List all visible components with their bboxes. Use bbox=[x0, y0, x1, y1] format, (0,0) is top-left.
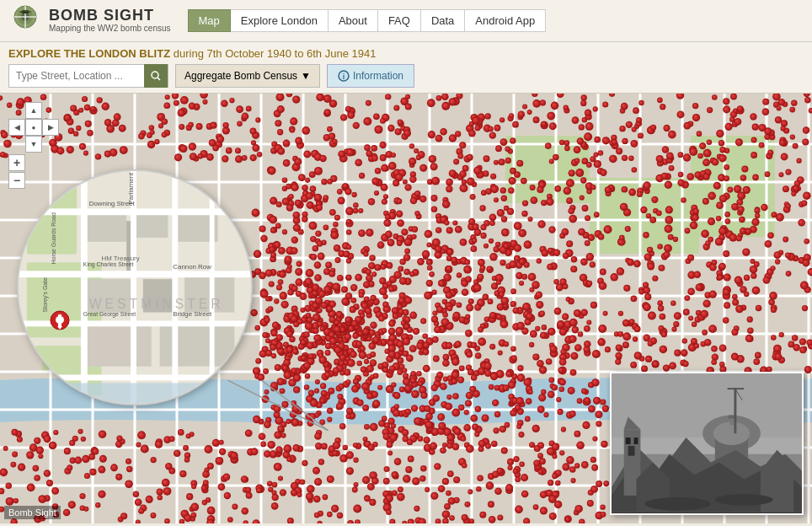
svg-rect-83 bbox=[628, 446, 635, 456]
sub-header: EXPLORE THE LONDON BLITZ during 7th Octo… bbox=[0, 42, 812, 94]
svg-rect-32 bbox=[172, 171, 178, 404]
zoom-out-button[interactable]: − bbox=[8, 172, 25, 189]
svg-point-73 bbox=[713, 421, 750, 445]
svg-text:Horse Guards Road: Horse Guards Road bbox=[51, 212, 56, 264]
svg-text:HM Treasury: HM Treasury bbox=[102, 255, 140, 262]
svg-point-87 bbox=[715, 494, 773, 506]
search-button[interactable] bbox=[144, 64, 168, 88]
svg-text:WESTMINSTER: WESTMINSTER bbox=[89, 297, 224, 311]
blitz-photo-inset bbox=[610, 372, 804, 515]
nav-faq[interactable]: FAQ bbox=[378, 9, 421, 32]
zoom-in-button[interactable]: + bbox=[8, 154, 25, 171]
svg-rect-30 bbox=[81, 171, 88, 404]
svg-text:Parliament Street: Parliament Street bbox=[127, 171, 135, 204]
nav-data[interactable]: Data bbox=[421, 9, 465, 32]
svg-text:Cannon Row: Cannon Row bbox=[173, 263, 211, 271]
explore-title: EXPLORE THE LONDON BLITZ during 7th Octo… bbox=[8, 47, 804, 60]
map-controls: ▲ ◀ ● ▶ ▼ + − bbox=[8, 102, 59, 189]
pan-up-button[interactable]: ▲ bbox=[25, 102, 42, 119]
svg-line-10 bbox=[158, 78, 160, 80]
pan-center-button[interactable]: ● bbox=[25, 119, 42, 136]
nav-map[interactable]: Map bbox=[188, 9, 231, 32]
logo-title: BOMB SIGHT bbox=[49, 8, 171, 24]
header: BOMB SIGHT Mapping the WW2 bomb census M… bbox=[0, 0, 812, 42]
svg-rect-88 bbox=[626, 437, 631, 444]
nav-about[interactable]: About bbox=[329, 9, 378, 32]
svg-text:Storey's Gate: Storey's Gate bbox=[42, 277, 49, 313]
nav-android[interactable]: Android App bbox=[465, 9, 546, 32]
search-box bbox=[8, 64, 168, 88]
map-watermark: Bomb Sight bbox=[4, 506, 61, 519]
map-nav-controls: ▲ ◀ ● ▶ ▼ bbox=[8, 102, 59, 153]
svg-rect-49 bbox=[58, 323, 61, 326]
svg-rect-18 bbox=[135, 212, 168, 238]
svg-rect-23 bbox=[85, 325, 152, 366]
logo-subtitle: Mapping the WW2 bomb census bbox=[49, 24, 171, 34]
pan-down-button[interactable]: ▼ bbox=[25, 136, 42, 153]
svg-text:Bridge Street: Bridge Street bbox=[173, 311, 212, 319]
logo-text-area: BOMB SIGHT Mapping the WW2 bomb census bbox=[49, 8, 171, 35]
svg-rect-75 bbox=[729, 416, 735, 419]
info-button[interactable]: i Information bbox=[327, 64, 414, 88]
svg-rect-33 bbox=[210, 171, 215, 404]
aggregate-button[interactable]: Aggregate Bomb Census ▼ bbox=[175, 64, 320, 88]
pan-right-button[interactable]: ▶ bbox=[42, 119, 59, 136]
photo-svg bbox=[612, 373, 802, 513]
controls: Aggregate Bomb Census ▼ i Information bbox=[8, 64, 804, 88]
chevron-down-icon: ▼ bbox=[301, 70, 311, 82]
svg-rect-76 bbox=[734, 388, 736, 433]
search-input[interactable] bbox=[9, 65, 144, 87]
svg-point-9 bbox=[152, 72, 158, 78]
main-nav: Map Explore London About FAQ Data Androi… bbox=[188, 9, 547, 32]
svg-rect-89 bbox=[634, 437, 638, 444]
svg-rect-24 bbox=[160, 325, 235, 366]
map-container[interactable]: ▲ ◀ ● ▶ ▼ + − bbox=[0, 94, 812, 523]
svg-point-86 bbox=[644, 497, 711, 511]
pan-left-button[interactable]: ◀ bbox=[8, 119, 25, 136]
svg-rect-34 bbox=[19, 383, 251, 404]
svg-rect-48 bbox=[56, 316, 64, 324]
svg-text:Great George Street: Great George Street bbox=[83, 312, 136, 319]
magnifier-map-detail: Downing Street Parliament Street King Ch… bbox=[19, 171, 251, 404]
svg-text:i: i bbox=[343, 72, 345, 81]
search-icon bbox=[151, 71, 161, 81]
svg-text:King Charles Street: King Charles Street bbox=[83, 261, 134, 268]
svg-rect-17 bbox=[85, 212, 126, 242]
logo-area: BOMB SIGHT Mapping the WW2 bomb census bbox=[8, 4, 171, 38]
svg-rect-77 bbox=[728, 388, 745, 389]
info-icon: i bbox=[338, 70, 350, 82]
magnifier: Downing Street Parliament Street King Ch… bbox=[17, 169, 253, 405]
logo-icon bbox=[8, 4, 42, 38]
bomb-icon-1 bbox=[50, 310, 70, 335]
nav-explore[interactable]: Explore London bbox=[231, 9, 329, 32]
svg-line-67 bbox=[261, 380, 329, 431]
photo-content bbox=[612, 373, 802, 513]
